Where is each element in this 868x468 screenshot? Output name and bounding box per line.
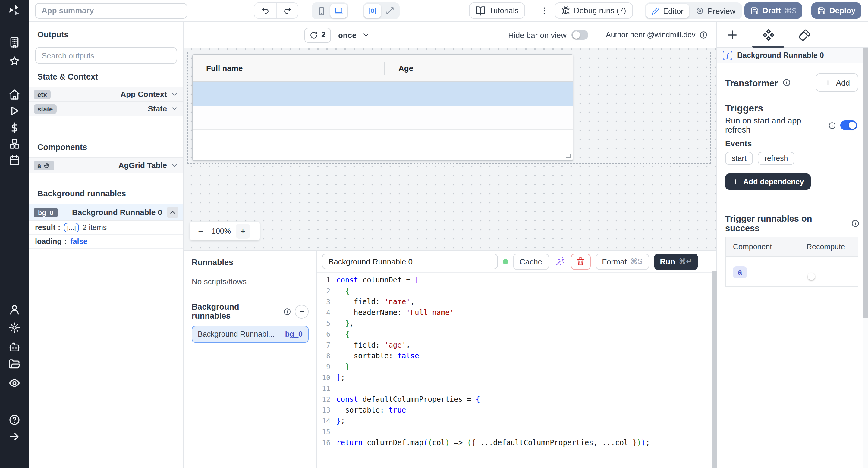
code-line[interactable]: 4 headerName: 'Full name' bbox=[317, 307, 716, 318]
chevron-up-icon bbox=[169, 208, 177, 216]
zoom-out-button[interactable]: − bbox=[195, 225, 207, 237]
debug-runs-button[interactable]: Debug runs (7) bbox=[555, 2, 632, 19]
runnable-name-input[interactable] bbox=[322, 254, 498, 269]
schedule-select[interactable]: once bbox=[338, 30, 370, 39]
code-line[interactable]: 14}; bbox=[317, 415, 716, 427]
format-button[interactable]: Format ⌘S bbox=[595, 253, 649, 270]
cache-button[interactable]: Cache bbox=[513, 253, 549, 270]
desktop-view-button[interactable] bbox=[330, 4, 347, 18]
code-line[interactable]: 3 field: 'name', bbox=[317, 296, 716, 307]
deploy-button[interactable]: Deploy bbox=[811, 2, 862, 19]
more-options-button[interactable] bbox=[538, 2, 550, 19]
zoom-in-button[interactable]: + bbox=[236, 224, 250, 238]
gear-icon[interactable] bbox=[8, 322, 21, 334]
bg-runnable-item[interactable]: Background Runnabl... bg_0 bbox=[192, 326, 309, 343]
code-line[interactable]: 1const columnDef = [ bbox=[317, 275, 716, 286]
state-row[interactable]: state State bbox=[29, 101, 183, 116]
code-line[interactable]: 15 bbox=[317, 427, 716, 437]
windmill-logo[interactable] bbox=[8, 4, 21, 17]
calendar-icon[interactable] bbox=[8, 154, 21, 166]
preview-tab[interactable]: Preview bbox=[690, 4, 741, 18]
editor-scrollbar[interactable] bbox=[712, 271, 717, 468]
code-line[interactable]: 11 bbox=[317, 383, 716, 394]
undo-button[interactable] bbox=[254, 3, 276, 18]
add-dependency-button[interactable]: Add dependency bbox=[725, 173, 810, 190]
dollar-icon[interactable] bbox=[8, 122, 21, 134]
preview-tab-label: Preview bbox=[708, 6, 736, 15]
line-number: 2 bbox=[317, 286, 330, 296]
editor-tab[interactable]: Editor bbox=[646, 4, 689, 18]
code-area[interactable]: 1const columnDef = [2 {3 field: 'name',4… bbox=[317, 273, 716, 468]
app-summary-field-wrap bbox=[35, 2, 187, 19]
aggrid-table-component[interactable]: Full name Age bbox=[192, 54, 573, 161]
delete-button[interactable] bbox=[570, 253, 590, 270]
hide-bar-toggle[interactable] bbox=[571, 30, 588, 40]
component-a-row[interactable]: a AgGrid Table bbox=[29, 157, 183, 173]
star-icon[interactable] bbox=[8, 56, 21, 67]
mobile-view-button[interactable] bbox=[313, 4, 330, 18]
table-row-selected[interactable] bbox=[193, 82, 572, 106]
user-icon[interactable] bbox=[8, 304, 21, 315]
code-line[interactable]: 8 sortable: false bbox=[317, 350, 716, 361]
center-content-button[interactable] bbox=[364, 4, 381, 18]
col-header-age[interactable]: Age bbox=[398, 55, 413, 82]
building-icon[interactable] bbox=[8, 36, 21, 48]
run-button[interactable]: Run ⌘↵ bbox=[654, 253, 698, 270]
ai-wand-button[interactable] bbox=[554, 257, 566, 266]
app-canvas[interactable]: Full name Age − 100% + bbox=[184, 48, 716, 250]
code-line[interactable]: 5 }, bbox=[317, 318, 716, 329]
editor-guide-line bbox=[699, 273, 699, 468]
code-line[interactable]: 10]; bbox=[317, 372, 716, 383]
code-line[interactable]: 9 } bbox=[317, 361, 716, 372]
bg0-row[interactable]: bg_0 Background Runnable 0 bbox=[29, 204, 183, 221]
code-line[interactable]: 7 field: 'age', bbox=[317, 340, 716, 350]
runnables-title: Runnables bbox=[192, 258, 309, 267]
bg-runnables-header: Background runnables bbox=[192, 302, 309, 321]
add-runnable-button[interactable] bbox=[295, 304, 309, 318]
right-panel-scrollbar[interactable] bbox=[863, 48, 868, 468]
refresh-button[interactable]: 2 bbox=[304, 27, 331, 42]
fullscreen-button[interactable] bbox=[381, 4, 398, 18]
editor-preview-segment: Editor Preview bbox=[645, 2, 742, 19]
arrow-right-icon[interactable] bbox=[8, 431, 21, 443]
code-line[interactable]: 6 { bbox=[317, 329, 716, 340]
app-summary-input[interactable] bbox=[35, 3, 187, 19]
component-a-chip[interactable]: a bbox=[733, 266, 747, 278]
rail-divider bbox=[0, 76, 29, 76]
search-outputs-input[interactable] bbox=[35, 47, 177, 64]
result-expand-chip[interactable]: [...] bbox=[64, 223, 79, 233]
collapse-button[interactable] bbox=[167, 207, 179, 218]
scrollbar-thumb[interactable] bbox=[863, 48, 868, 318]
info-icon bbox=[283, 307, 291, 315]
col-header-full-name[interactable]: Full name bbox=[206, 55, 243, 82]
line-number: 9 bbox=[317, 361, 330, 372]
help-icon[interactable] bbox=[8, 414, 21, 426]
insert-component-tab[interactable] bbox=[726, 28, 739, 41]
code-line[interactable]: 2 { bbox=[317, 286, 716, 296]
run-on-start-toggle[interactable] bbox=[840, 121, 857, 130]
home-icon[interactable] bbox=[8, 89, 21, 101]
right-panel-tabs bbox=[717, 22, 868, 47]
redo-button[interactable] bbox=[276, 3, 298, 18]
eye-icon[interactable] bbox=[8, 377, 21, 389]
code-line[interactable]: 12const defaultColumnProperties = { bbox=[317, 394, 716, 405]
canvas-toolbar: 2 once Hide bar on view Author henri@win… bbox=[184, 22, 716, 48]
loading-row: loading : false bbox=[29, 235, 183, 249]
ctx-row[interactable]: ctx App Context bbox=[29, 87, 183, 102]
add-transformer-button[interactable]: Add bbox=[815, 73, 858, 92]
cubes-icon[interactable] bbox=[8, 138, 21, 150]
event-tag: start bbox=[725, 152, 753, 165]
table-header: Full name Age bbox=[193, 55, 572, 82]
folder-icon[interactable] bbox=[8, 358, 21, 370]
robot-icon[interactable] bbox=[8, 341, 21, 353]
styling-tab[interactable] bbox=[798, 28, 811, 41]
table-row[interactable] bbox=[193, 106, 572, 130]
tutorials-button[interactable]: Tutorials bbox=[469, 2, 525, 19]
code-line[interactable]: 13 sortable: true bbox=[317, 405, 716, 415]
component-settings-tab[interactable] bbox=[762, 28, 775, 41]
code-line[interactable]: 16return columnDef.map((col) => ({ ...de… bbox=[317, 437, 716, 448]
format-shortcut: ⌘S bbox=[630, 257, 643, 266]
resize-handle[interactable] bbox=[566, 154, 571, 158]
draft-button[interactable]: Draft ⌘S bbox=[744, 2, 803, 19]
play-icon[interactable] bbox=[8, 105, 21, 117]
